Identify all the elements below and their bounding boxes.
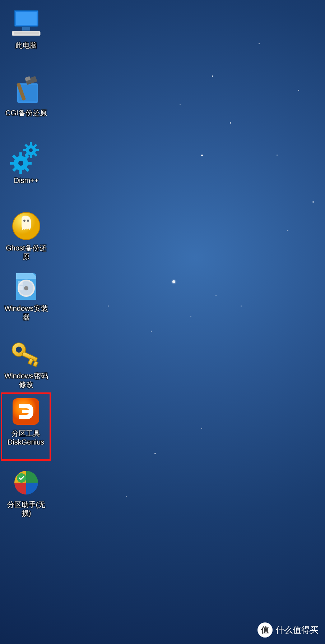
star-speckle <box>298 90 299 91</box>
ghost-icon <box>10 210 42 242</box>
desktop-icon-dism[interactable]: Dism++ <box>3 139 50 206</box>
icon-label: 此电脑 <box>15 41 37 50</box>
svg-rect-43 <box>22 410 30 413</box>
svg-rect-10 <box>30 142 32 146</box>
desktop-icon-windows-installer[interactable]: Windows安装器 <box>3 267 50 334</box>
svg-rect-2 <box>22 27 30 31</box>
hammer-icon <box>10 75 42 107</box>
svg-rect-23 <box>27 162 32 165</box>
disc-icon <box>10 270 42 303</box>
watermark: 值 什么值得买 <box>257 622 319 638</box>
svg-rect-22 <box>10 162 15 165</box>
star-speckle <box>201 428 202 429</box>
watermark-text: 什么值得买 <box>275 624 319 636</box>
star-speckle <box>230 122 231 124</box>
svg-rect-36 <box>18 286 23 290</box>
svg-point-31 <box>27 220 29 222</box>
icon-label: Windows密码修改 <box>3 372 50 389</box>
svg-rect-20 <box>19 152 22 157</box>
star-speckle <box>108 305 109 307</box>
star-speckle <box>126 496 127 497</box>
desktop-icon-diskgenius[interactable]: 分区工具DiskGenius <box>1 392 51 461</box>
svg-rect-41 <box>33 361 38 367</box>
icon-label: Dism++ <box>14 176 39 185</box>
star-speckle <box>241 305 242 307</box>
svg-point-38 <box>16 346 22 353</box>
svg-rect-35 <box>18 281 23 285</box>
desktop-icon-partition-assistant[interactable]: 分区助手(无损) <box>3 463 50 523</box>
star-speckle <box>287 230 288 231</box>
gears-icon <box>10 142 42 175</box>
icon-label: 分区工具DiskGenius <box>3 429 49 446</box>
desktop-icon-ghost-backup[interactable]: Ghost备份还原 <box>3 206 50 267</box>
svg-rect-40 <box>28 358 33 365</box>
svg-rect-1 <box>16 12 37 25</box>
key-icon <box>10 338 42 370</box>
svg-point-28 <box>18 161 23 166</box>
computer-icon <box>10 7 42 40</box>
svg-rect-4 <box>14 32 39 34</box>
svg-point-18 <box>29 148 33 152</box>
desktop-icon-windows-password[interactable]: Windows密码修改 <box>3 334 50 395</box>
watermark-badge-icon: 值 <box>257 622 273 638</box>
star-speckle <box>180 104 181 105</box>
desktop-icon-cgi-backup[interactable]: CGI备份还原 <box>3 71 50 139</box>
star-speckle <box>201 155 203 156</box>
icon-label: Windows安装器 <box>3 304 50 321</box>
star-speckle <box>259 43 260 44</box>
svg-rect-12 <box>23 149 27 151</box>
desktop-icon-this-pc[interactable]: 此电脑 <box>3 4 50 71</box>
star-speckle <box>151 331 152 332</box>
star-speckle <box>190 316 191 317</box>
svg-rect-21 <box>19 169 22 174</box>
star-speckle <box>154 453 156 454</box>
svg-rect-11 <box>30 155 32 158</box>
partition-icon <box>10 466 42 499</box>
star-speckle <box>215 295 217 296</box>
svg-point-30 <box>23 220 25 222</box>
svg-rect-13 <box>35 149 39 151</box>
star-speckle <box>212 75 213 77</box>
diskgenius-icon <box>10 395 42 428</box>
star-speckle <box>277 155 278 156</box>
star-speckle <box>172 280 175 283</box>
svg-point-34 <box>24 286 28 290</box>
star-speckle <box>312 201 314 203</box>
icon-label: Ghost备份还原 <box>3 244 50 261</box>
desktop-icon-grid: 此电脑 CGI备份还原 <box>3 4 51 523</box>
icon-label: CGI备份还原 <box>5 109 47 117</box>
icon-label: 分区助手(无损) <box>3 500 50 518</box>
